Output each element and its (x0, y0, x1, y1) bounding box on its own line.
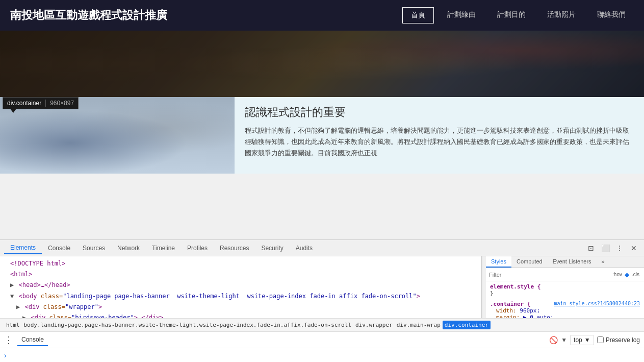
tab-profiles[interactable]: Profiles (181, 243, 214, 254)
tab-audits[interactable]: Audits (290, 243, 319, 254)
nav-link-goal[interactable]: 計劃目的 (489, 7, 534, 23)
tab-console[interactable]: Console (42, 243, 76, 254)
wrapper-arrow: ▶ (16, 303, 20, 310)
devtools-tabs: Elements Console Sources Network Timelin… (0, 240, 644, 256)
tooltip-size: 960×897 (45, 100, 74, 107)
nav-link-contact[interactable]: 聯絡我們 (589, 7, 634, 23)
page-content: 認識程式設計的重要 程式設計的教育，不但能夠了解電腦的邏輯思維，培養解決問題的能… (0, 97, 644, 174)
styles-tab-computed[interactable]: Computed (511, 256, 548, 268)
filter-buttons: :hov ◆ .cls (611, 271, 641, 278)
content-body: 程式設計的教育，不但能夠了解電腦的邏輯思維，培養解決問題的能力，更能進一步駕馭科… (245, 125, 634, 159)
styles-tab-styles[interactable]: Styles (486, 256, 511, 268)
console-context-selector[interactable]: top ▼ (570, 335, 594, 345)
css-brace-close: } (490, 290, 494, 297)
html-line-doctype[interactable]: <!DOCTYPE html> (0, 258, 481, 269)
context-label: top (574, 336, 582, 344)
html-tag: <html> (10, 271, 32, 278)
nav-link-reason[interactable]: 計劃緣由 (439, 7, 484, 23)
breadcrumb-html[interactable]: html (4, 321, 22, 329)
css-selector-element: element.style { (490, 283, 540, 290)
wrapper-tag: <div (24, 303, 43, 310)
styles-panel: Styles Computed Event Listeners » :hov ◆… (486, 256, 644, 318)
device-icon[interactable]: ⬜ (599, 242, 611, 254)
tab-resources[interactable]: Resources (214, 243, 255, 254)
birdseye-close: >…</div> (134, 314, 164, 318)
css-link-main[interactable]: main style.css?1458002440:23 (554, 301, 640, 307)
nav-link-home[interactable]: 首頁 (402, 7, 434, 23)
styles-tab-events[interactable]: Event Listeners (548, 256, 597, 268)
content-heading: 認識程式設計的重要 (245, 105, 634, 120)
html-panel[interactable]: <!DOCTYPE html> <html> ▶ <head>…</head> … (0, 256, 482, 318)
html-line-head[interactable]: ▶ <head>…</head> (0, 280, 481, 291)
styles-tabs: Styles Computed Event Listeners » (486, 256, 644, 268)
doctype-tag: <!DOCTYPE html> (10, 260, 65, 267)
css-selector-container: .container { (490, 301, 530, 307)
css-prop-margin: margin: (490, 314, 523, 318)
devtools-panel: Elements Console Sources Network Timelin… (0, 239, 644, 362)
preserve-log-checkbox[interactable]: Preserve log (597, 336, 640, 344)
console-tab[interactable]: Console (17, 334, 48, 346)
html-line-birdseye[interactable]: ▶ <div class="birdseye-header">…</div> (0, 312, 481, 318)
wrapper-class-attr: class= (43, 303, 65, 310)
tab-sources[interactable]: Sources (76, 243, 111, 254)
styles-tab-more[interactable]: » (597, 256, 610, 268)
css-rule-element-style: element.style { } (490, 283, 640, 297)
nav-links: 首頁 計劃緣由 計劃目的 活動照片 聯絡我們 (402, 7, 634, 23)
hero-overlay (0, 31, 644, 97)
styles-filter-input[interactable] (489, 272, 611, 278)
nav-link-photos[interactable]: 活動照片 (539, 7, 584, 23)
birdseye-tag: <div (31, 314, 49, 318)
styles-filter-bar: :hov ◆ .cls (486, 268, 644, 281)
filter-icon[interactable]: ▼ (561, 336, 567, 344)
element-tooltip: div.container 960×897 (3, 97, 79, 109)
styles-content: element.style { } .container { main styl… (486, 281, 644, 318)
context-arrow: ▼ (584, 336, 590, 344)
prompt-arrow-icon: › (4, 351, 7, 359)
console-menu-dots[interactable]: ⋮ (4, 334, 13, 346)
navbar: 南投地區互動遊戲程式設計推廣 首頁 計劃緣由 計劃目的 活動照片 聯絡我們 (0, 0, 644, 31)
css-val-margin: ▶ 0 auto; (523, 314, 554, 318)
clear-console-icon[interactable]: 🚫 (549, 336, 558, 344)
css-rule-container: .container { main style.css?1458002440:2… (490, 301, 640, 318)
wrapper-class-val: "wrapper" (65, 303, 98, 310)
body-tag: <body (18, 293, 40, 300)
console-controls: 🚫 ▼ top ▼ Preserve log (549, 335, 640, 345)
body-class-attr: class= (41, 293, 63, 300)
birdseye-arrow: ▶ (22, 314, 26, 318)
breadcrumb-body[interactable]: body.landing-page.page-has-banner.wsite-… (22, 321, 353, 329)
breadcrumb-container[interactable]: div.container (443, 321, 491, 329)
html-line-html[interactable]: <html> (0, 269, 481, 280)
filter-hov-btn[interactable]: :hov (611, 271, 624, 278)
breadcrumb-mainwrap[interactable]: div.main-wrap (395, 321, 443, 329)
more-icon[interactable]: ⋮ (613, 242, 626, 254)
html-scrollbar[interactable] (482, 256, 486, 318)
tab-elements[interactable]: Elements (4, 242, 42, 254)
html-line-wrapper[interactable]: ▶ <div class="wrapper"> (0, 302, 481, 312)
console-prompt-bar: › (0, 348, 644, 362)
filter-diamond-icon: ◆ (625, 271, 629, 278)
breadcrumb-wrapper[interactable]: div.wrapper (353, 321, 395, 329)
preserve-log-label: Preserve log (606, 336, 640, 344)
html-line-body[interactable]: ▼ <body class="landing-page page-has-ban… (0, 291, 481, 302)
css-prop-width: width: (490, 307, 520, 314)
tab-security[interactable]: Security (255, 243, 289, 254)
wrapper-close: > (98, 303, 102, 310)
close-icon[interactable]: ✕ (628, 242, 640, 254)
html-panel-container: <!DOCTYPE html> <html> ▶ <head>…</head> … (0, 256, 486, 318)
inspect-icon[interactable]: ⊡ (585, 242, 597, 254)
filter-cls-btn[interactable]: .cls (630, 271, 641, 278)
content-text: 認識程式設計的重要 程式設計的教育，不但能夠了解電腦的邏輯思維，培養解決問題的能… (235, 97, 644, 174)
devtools-action-icons: ⊡ ⬜ ⋮ ✕ (585, 242, 640, 254)
body-arrow: ▼ (10, 293, 14, 300)
tooltip-class: div.container (7, 100, 41, 107)
birdseye-class-attr: class= (49, 314, 71, 318)
breadcrumb-bar: html body.landing-page.page-has-banner.w… (0, 318, 644, 331)
css-val-width: 960px; (520, 307, 540, 314)
hero-banner (0, 31, 644, 97)
body-class-val: "landing-page page-has-banner wsite-them… (63, 293, 417, 300)
preserve-log-input[interactable] (597, 336, 604, 343)
head-arrow: ▶ (10, 281, 14, 288)
tab-timeline[interactable]: Timeline (146, 243, 181, 254)
tab-network[interactable]: Network (111, 243, 146, 254)
head-tag: <head>…</head> (18, 281, 70, 288)
